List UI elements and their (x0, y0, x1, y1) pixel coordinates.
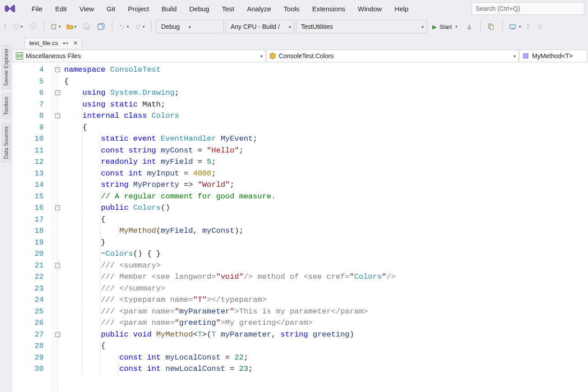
toolbar-grip-icon (5, 24, 7, 29)
close-icon[interactable]: ✕ (73, 40, 78, 46)
svg-rect-7 (510, 25, 515, 28)
fold-toggle[interactable]: − (55, 205, 60, 210)
solution-config-combo[interactable]: Debug▾ (156, 20, 224, 33)
file-tab-test-file[interactable]: test_file.cs ⊷ ✕ (24, 37, 82, 48)
menu-file[interactable]: File (25, 2, 49, 15)
menu-analyze[interactable]: Analyze (241, 2, 277, 15)
svg-point-1 (14, 24, 19, 30)
code-line[interactable]: // A regular comment for good measure. (63, 191, 588, 203)
menu-edit[interactable]: Edit (49, 2, 73, 15)
new-item-button[interactable]: ▾ (49, 20, 63, 33)
document-well: test_file.cs ⊷ ✕ C# Miscellaneous Files … (13, 36, 588, 392)
svg-text:PRE: PRE (7, 11, 13, 15)
menu-git[interactable]: Git (100, 2, 121, 15)
find-in-files-button[interactable] (485, 20, 498, 33)
class-icon (269, 52, 276, 60)
code-line[interactable]: const string myConst = "Hello"; (63, 145, 588, 157)
code-line[interactable]: const int myLocalConst = 22; (63, 352, 588, 364)
code-line[interactable]: /// <param name="greeting">My greeting</… (63, 317, 588, 329)
nav-class-combo[interactable]: ConsoleTest.Colors ▾ (266, 50, 519, 62)
menu-view[interactable]: View (73, 2, 100, 15)
open-file-button[interactable]: ▾ (65, 20, 79, 33)
menu-tools[interactable]: Tools (278, 2, 306, 15)
search-placeholder: Search (Ctrl+Q) (476, 5, 520, 12)
svg-rect-3 (52, 24, 56, 29)
side-tab-toolbox[interactable]: Toolbox (2, 93, 11, 118)
play-icon: ▶ (432, 23, 437, 30)
code-line[interactable]: ~Colors() { } (63, 248, 588, 260)
nav-back-button[interactable]: ▾ (11, 20, 25, 33)
svg-point-2 (30, 24, 36, 30)
code-line[interactable]: { (63, 340, 588, 352)
redo-button[interactable]: ▾ (133, 20, 147, 33)
nav-class-value: ConsoleTest.Colors (279, 52, 333, 60)
toolbar-grip-icon (528, 24, 530, 29)
side-tab-data-sources[interactable]: Data Sources (2, 123, 11, 162)
code-line[interactable]: string MyProperty => "World"; (63, 179, 588, 191)
left-tool-tab-strip: Server Explorer Toolbox Data Sources (0, 36, 13, 392)
nav-scope-combo[interactable]: C# Miscellaneous Files ▾ (13, 50, 266, 62)
menu-window[interactable]: Window (352, 2, 388, 15)
menu-test[interactable]: Test (216, 2, 241, 15)
fold-toggle[interactable]: − (55, 263, 60, 268)
code-line[interactable]: namespace ConsoleTest (63, 64, 588, 76)
method-icon (522, 52, 529, 60)
menu-help[interactable]: Help (388, 2, 415, 15)
code-line[interactable]: /// <summary> (63, 260, 588, 272)
undo-button[interactable]: ▾ (117, 20, 131, 33)
menu-debug[interactable]: Debug (183, 2, 216, 15)
svg-rect-8 (523, 54, 528, 58)
side-tab-server-explorer[interactable]: Server Explorer (2, 45, 11, 89)
svg-rect-4 (85, 27, 88, 29)
editor-nav-bar: C# Miscellaneous Files ▾ ConsoleTest.Col… (13, 50, 588, 62)
live-share-button[interactable]: ▾ (507, 20, 523, 33)
code-line[interactable]: /// <typeparam name="T"></typeparam> (63, 294, 588, 306)
code-line[interactable]: readonly int myField = 5; (63, 156, 588, 168)
hot-reload-button[interactable] (463, 20, 476, 33)
code-line[interactable]: } (63, 237, 588, 249)
fold-toggle[interactable]: − (55, 113, 60, 118)
fold-toggle[interactable]: − (55, 332, 60, 337)
code-line[interactable]: using System.Drawing; (63, 87, 588, 99)
menu-project[interactable]: Project (121, 2, 155, 15)
code-line[interactable]: internal class Colors (63, 110, 588, 122)
start-label: Start (440, 23, 452, 30)
document-tab-strip: test_file.cs ⊷ ✕ (13, 36, 588, 50)
code-line[interactable]: static event EventHandler MyEvent; (63, 133, 588, 145)
pin-icon[interactable]: ⊷ (63, 40, 69, 46)
fold-toggle[interactable]: − (55, 67, 60, 72)
svg-rect-6 (490, 25, 493, 29)
nav-member-combo[interactable]: MyMethod<T> (519, 50, 588, 62)
code-line[interactable]: using static Math; (63, 99, 588, 111)
nav-forward-button[interactable] (27, 20, 39, 33)
step-tool-button[interactable] (534, 20, 546, 33)
code-line[interactable]: MyMethod(myField, myConst); (63, 225, 588, 237)
solution-platform-combo[interactable]: Any CPU - Build /▾ (226, 20, 294, 33)
code-line[interactable]: const int myInput = 4000; (63, 168, 588, 180)
nav-member-value: MyMethod<T> (532, 52, 573, 60)
save-button[interactable] (80, 20, 93, 33)
save-all-button[interactable] (95, 20, 107, 33)
code-line[interactable]: const int newLocalConst = 23; (63, 363, 588, 375)
vs-logo-icon: PRE (4, 2, 16, 15)
startup-project-combo[interactable]: TestUtilities▾ (296, 20, 427, 33)
code-line[interactable]: public void MyMethod<T>(T myParameter, s… (63, 329, 588, 341)
code-line[interactable]: { (63, 76, 588, 88)
menu-build[interactable]: Build (155, 2, 183, 15)
code-line[interactable]: /// <param name="myParameter">This is my… (63, 306, 588, 318)
start-debug-button[interactable]: ▶ Start ▾ (429, 20, 461, 33)
code-line[interactable]: /// Member <see langword="void"/> method… (63, 271, 588, 283)
code-line[interactable]: /// </summary> (63, 283, 588, 295)
code-text[interactable]: namespace ConsoleTest{ using System.Draw… (62, 62, 588, 392)
code-editor[interactable]: 4567891011121314151617181920212223242526… (13, 62, 588, 392)
solution-platform-value: Any CPU - Build / (231, 23, 280, 30)
code-line[interactable]: { (63, 122, 588, 134)
standard-toolbar: ▾ ▾ ▾ ▾ ▾ Debug▾ Any CPU - Build /▾ Test… (0, 17, 588, 36)
fold-toggle[interactable]: − (55, 90, 60, 95)
outlining-gutter[interactable]: −−−−−− (53, 62, 62, 392)
csharp-project-icon: C# (16, 52, 23, 60)
quick-search-input[interactable]: Search (Ctrl+Q) (472, 2, 584, 15)
code-line[interactable]: { (63, 214, 588, 226)
code-line[interactable]: public Colors() (63, 202, 588, 214)
menu-extensions[interactable]: Extensions (306, 2, 352, 15)
